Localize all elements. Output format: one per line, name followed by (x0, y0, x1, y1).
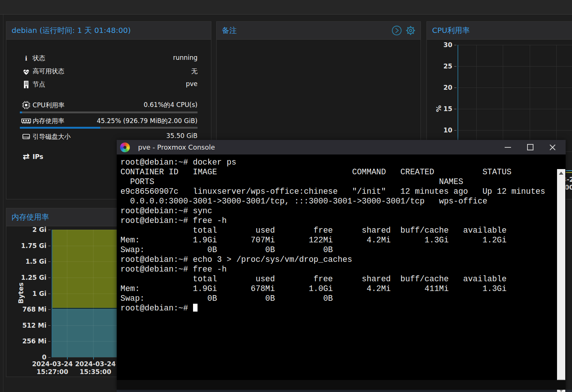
y-axis-line (52, 230, 52, 357)
memory-progress-fill (20, 127, 100, 129)
x-tick-mark (93, 357, 94, 359)
memory-progress-bar (20, 127, 198, 129)
expand-circle-icon[interactable] (391, 25, 402, 36)
y-tick-mark (48, 278, 51, 278)
h-gridline (458, 66, 572, 67)
console-output: root@debian:~# docker psCONTAINER ID IMA… (120, 157, 545, 313)
y-tick-mark (48, 341, 51, 342)
memory-icon (20, 117, 33, 125)
scroll-up-icon[interactable] (557, 169, 565, 177)
v-gridline (67, 230, 67, 357)
h-gridline (458, 88, 572, 88)
terminal-line: Swap: 0B 0B 0B (120, 294, 545, 303)
y-tick-mark (454, 109, 456, 109)
terminal-line: total used free shared buff/cache availa… (120, 274, 545, 284)
memory-usage-row: 内存使用率 45.25% (926.79 MiB的2.00 GiB) (20, 117, 198, 126)
y-tick-mark (454, 66, 456, 67)
terminal-line: root@debian:~# sync (120, 206, 545, 216)
y-tick-label: 512 Mi (6, 321, 46, 330)
node-icon (20, 80, 33, 89)
node-row: 节点 pve (20, 80, 198, 89)
terminal-line: PORTS NAMES (120, 177, 545, 187)
y-tick-label: 256 Mi (6, 337, 46, 345)
left-border (3, 15, 3, 392)
vm-status-title: debian (运行时间: 1 天 01:48:00) (12, 25, 131, 36)
y-tick-mark (48, 325, 51, 326)
cpu-progress-fill (20, 111, 22, 113)
notes-panel-header: 备注 (217, 22, 420, 40)
cpu-icon (20, 101, 33, 110)
y-tick-mark (454, 130, 456, 131)
node-label: 节点 (33, 80, 45, 88)
terminal-line: Mem: 1.9Gi 707Mi 122Mi 4.2Mi 1.3Gi 1.2Gi (120, 235, 545, 245)
y-tick-mark (48, 294, 51, 294)
console-bottom-strip (117, 380, 566, 390)
taskbar-strip (117, 390, 572, 392)
terminal-line: Swap: 0B 0B 0B (120, 245, 545, 255)
ips-label: IPs (33, 153, 43, 160)
status-label: 状态 (33, 54, 45, 62)
memory-usage-label: 内存使用率 (33, 117, 64, 125)
console-window: pve - Proxmox Console root@debian:~# doc… (117, 140, 566, 390)
bootdisk-value: 35.50 GiB (166, 132, 198, 140)
console-screen[interactable]: root@debian:~# docker psCONTAINER ID IMA… (117, 154, 566, 380)
y-tick-label: 20 (427, 83, 452, 92)
y-tick-label: 30 (427, 41, 452, 49)
maximize-button[interactable] (527, 144, 533, 151)
close-button[interactable] (549, 144, 556, 151)
x-tick-label: 2024-03-2415:27:00 (32, 360, 73, 376)
heartbeat-icon (20, 67, 33, 75)
terminal-cursor (193, 304, 198, 312)
y-tick-mark (454, 88, 456, 88)
console-scrollbar[interactable] (557, 169, 565, 392)
status-value: running (173, 54, 198, 61)
h-gridline (458, 130, 572, 131)
status-row: i状态 running (20, 54, 198, 63)
gear-icon[interactable] (405, 25, 416, 36)
y-tick-label: 1.75 Gi (6, 242, 46, 250)
swap-arrows-icon: ⇄ (20, 152, 33, 161)
terminal-line: Mem: 1.9Gi 678Mi 1.0Gi 4.2Mi 411Mi 1.3Gi (120, 284, 545, 294)
terminal-line: CONTAINER ID IMAGE COMMAND CREATED STATU… (120, 167, 545, 177)
x-tick-mark (67, 357, 68, 359)
y-tick-label: 1.5 Gi (6, 257, 46, 266)
y-tick-label: 768 Mi (6, 305, 46, 313)
terminal-line: 0.0.0.0:3000-3001->3000-3001/tcp, :::300… (120, 196, 545, 206)
y-tick-label: 2 Gi (6, 226, 46, 234)
terminal-line: root@debian:~# free -h (120, 264, 545, 274)
terminal-line: root@debian:~# docker ps (120, 157, 545, 167)
ha-status-row: 高可用状态 无 (20, 67, 198, 76)
bootdisk-label: 引导磁盘大小 (33, 133, 71, 140)
x-tick-label: 2024-03-2415:35:00 (75, 360, 116, 376)
y-tick-mark (48, 309, 51, 310)
cpu-progress-bar (20, 111, 198, 113)
top-bar (0, 0, 572, 15)
terminal-line: total used free shared buff/cache availa… (120, 226, 545, 235)
terminal-line: root@debian:~# free -h (120, 216, 545, 226)
ha-value: 无 (191, 67, 198, 76)
y-tick-mark (454, 45, 456, 45)
h-gridline (458, 109, 572, 109)
terminal-line: e9c86560907c linuxserver/wps-office:chin… (120, 187, 545, 196)
minimize-button[interactable] (504, 144, 511, 151)
v-gridline (93, 230, 94, 357)
vm-status-panel-header: debian (运行时间: 1 天 01:48:00) (6, 22, 211, 40)
console-window-title: pve - Proxmox Console (138, 143, 215, 151)
y-tick-label: 1 Gi (6, 290, 46, 298)
console-titlebar[interactable]: pve - Proxmox Console (117, 140, 566, 154)
cpu-usage-row: CPU利用率 0.61%的4 CPU(s) (20, 101, 198, 110)
y-tick-label: 10 (427, 126, 452, 134)
cpu-usage-label: CPU利用率 (33, 101, 65, 109)
proxmox-console-icon (120, 143, 130, 152)
terminal-line: root@debian:~# (120, 303, 545, 313)
cpu-usage-value: 0.61%的4 CPU(s) (144, 101, 198, 109)
h-gridline (458, 45, 572, 45)
notes-title: 备注 (222, 25, 237, 36)
ha-label: 高可用状态 (33, 67, 64, 75)
info-icon: i (20, 54, 33, 62)
terminal-line: root@debian:~# echo 3 > /proc/sys/vm/dro… (120, 255, 545, 264)
y-tick-label: 15 (427, 105, 452, 113)
y-tick-mark (48, 357, 51, 358)
memory-usage-value: 45.25% (926.79 MiB的2.00 GiB) (97, 117, 198, 125)
node-value: pve (186, 80, 198, 88)
